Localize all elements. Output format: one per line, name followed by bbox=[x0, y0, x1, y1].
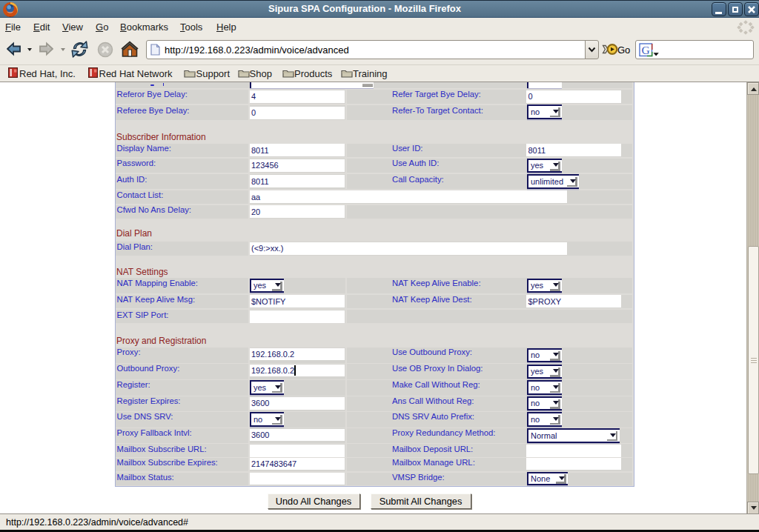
svg-text:G: G bbox=[641, 44, 649, 56]
